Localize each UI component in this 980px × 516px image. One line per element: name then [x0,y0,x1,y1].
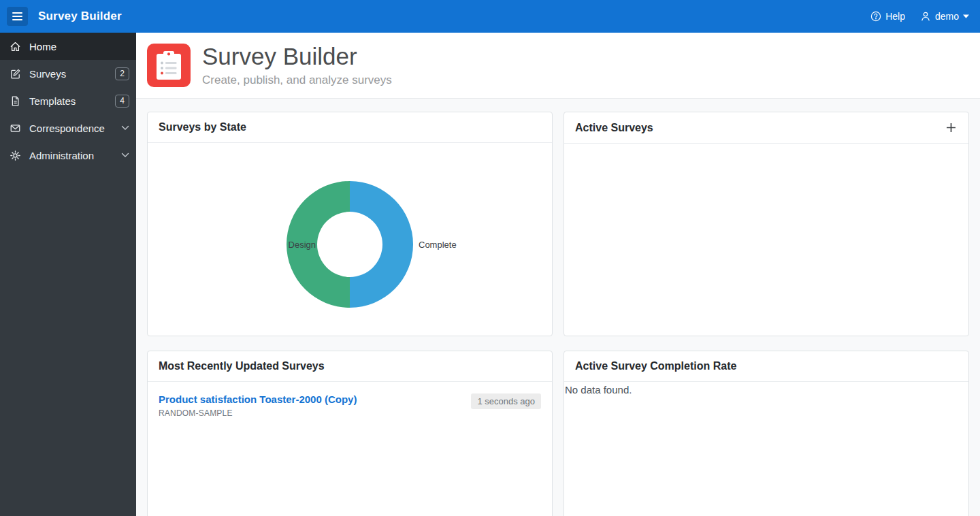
updated-time-badge: 1 seconds ago [471,393,541,409]
mail-icon [10,123,21,134]
sidebar-item-label: Templates [29,95,76,107]
chevron-down-icon [121,152,129,158]
card-completion-rate: Active Survey Completion Rate No data fo… [564,351,969,516]
file-icon [10,95,21,107]
card-title: Active Survey Completion Rate [575,360,736,372]
card-recent-surveys: Most Recently Updated Surveys Product sa… [147,351,553,516]
sidebar-item-home[interactable]: Home [0,33,136,60]
page-header-text: Survey Builder Create, publish, and anal… [202,44,392,87]
survey-link[interactable]: Product satisfaction Toaster-2000 (Copy) [159,393,357,405]
home-icon [10,41,21,52]
donut-segment-complete [350,181,413,308]
user-menu[interactable]: demo [920,11,969,22]
main-content: Survey Builder Create, publish, and anal… [136,33,980,516]
page-header: Survey Builder Create, publish, and anal… [136,33,980,99]
surveys-by-state-donut-chart: DesignComplete [193,180,506,308]
sidebar-item-administration[interactable]: Administration [0,142,136,169]
user-label: demo [935,11,959,22]
help-link[interactable]: Help [870,11,905,22]
topbar: Survey Builder Help demo [0,0,980,33]
plus-icon [946,123,956,133]
donut-label-design: Design [289,240,316,250]
survey-item-main: Product satisfaction Toaster-2000 (Copy)… [159,393,357,418]
gear-icon [10,150,21,161]
sidebar-item-label: Surveys [29,68,66,80]
surveys-count-badge: 2 [115,67,129,80]
hamburger-icon [12,12,22,14]
templates-count-badge: 4 [115,95,129,108]
page-title: Survey Builder [202,44,392,70]
donut-label-complete: Complete [419,240,457,250]
page-subtitle: Create, publish, and analyze surveys [202,74,392,87]
dashboard-grid: Surveys by State DesignComplete Active S… [136,99,980,516]
sidebar-item-templates[interactable]: Templates 4 [0,87,136,114]
chevron-down-icon [121,125,129,131]
edit-icon [10,68,21,80]
card-header: Active Survey Completion Rate [564,351,968,382]
card-title: Most Recently Updated Surveys [159,360,325,372]
clipboard-icon [156,50,182,80]
survey-list-item: Product satisfaction Toaster-2000 (Copy)… [159,393,541,418]
card-surveys-by-state: Surveys by State DesignComplete [147,112,553,336]
topbar-right: Help demo [870,11,969,22]
recent-surveys-list: Product satisfaction Toaster-2000 (Copy)… [148,382,552,430]
card-header: Most Recently Updated Surveys [148,351,552,382]
sidebar: Home Surveys 2 Templates 4 [0,33,136,516]
sidebar-item-correspondence[interactable]: Correspondence [0,114,136,142]
card-title: Surveys by State [159,121,246,133]
sidebar-item-surveys[interactable]: Surveys 2 [0,60,136,87]
user-icon [920,11,931,22]
caret-down-icon [963,14,969,18]
surveys-by-state-chart-area: DesignComplete [148,143,552,335]
sidebar-item-label: Home [29,41,56,52]
card-active-surveys: Active Surveys [564,112,969,336]
sidebar-item-label: Correspondence [29,123,105,134]
add-survey-button[interactable] [945,121,958,134]
card-header: Surveys by State [148,112,552,143]
app-brand: Survey Builder [38,10,122,23]
help-icon [870,11,881,22]
survey-sample-type: RANDOM-SAMPLE [159,408,357,418]
card-header: Active Surveys [564,112,968,144]
hamburger-menu-button[interactable] [7,7,28,26]
active-surveys-empty-area [564,144,968,336]
app-logo [147,44,191,87]
sidebar-item-label: Administration [29,150,94,161]
no-data-text: No data found. [564,382,968,396]
help-label: Help [885,11,905,22]
sidebar-nav: Home Surveys 2 Templates 4 [0,33,136,169]
card-title: Active Surveys [575,122,653,134]
